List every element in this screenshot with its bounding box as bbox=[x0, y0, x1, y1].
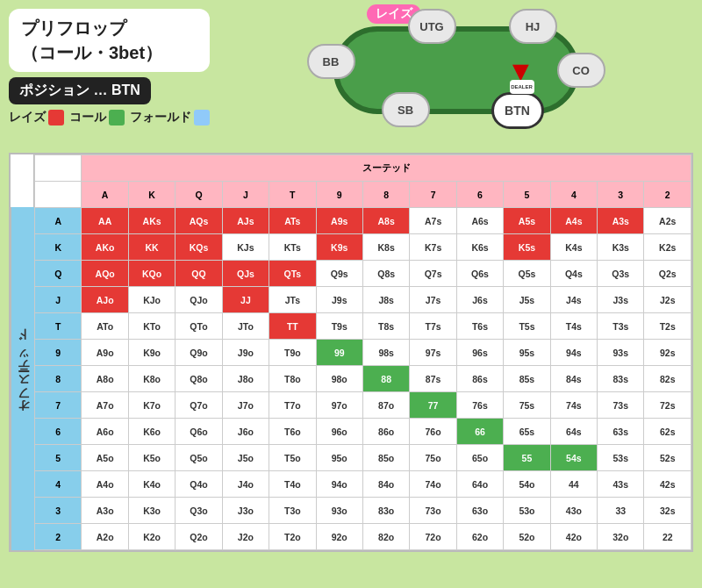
grid-cell: 92o bbox=[316, 524, 362, 550]
grid-cell: A6o bbox=[82, 419, 128, 445]
grid-cell: 86s bbox=[456, 366, 503, 392]
table-row: 2A2oK2oQ2oJ2oT2o92o82o72o62o52o42o32o22 bbox=[35, 524, 691, 550]
grid-cell: K4s bbox=[550, 234, 597, 261]
raise-color-box bbox=[48, 110, 64, 125]
legend-fold: フォールド bbox=[130, 110, 210, 125]
grid-cell: A5s bbox=[504, 208, 550, 234]
grid-cell: A3s bbox=[598, 208, 644, 234]
grid-cell: A3o bbox=[82, 498, 128, 524]
page-title: プリフロップ （コール・3bet） bbox=[9, 9, 210, 72]
table-diagram-area: DEALER レイズ ▼ UTG HJ CO BTN SB BB bbox=[218, 9, 693, 140]
grid-cell: 53s bbox=[598, 445, 644, 471]
grid-cell: 82s bbox=[644, 366, 691, 392]
grid-cell: 74o bbox=[410, 471, 456, 498]
grid-cell: 75s bbox=[504, 392, 550, 419]
grid-cell: Q4o bbox=[176, 471, 222, 498]
grid-cell: 63s bbox=[598, 419, 644, 445]
grid-cell: K4o bbox=[128, 471, 175, 498]
grid-cell: J9o bbox=[222, 340, 269, 366]
grid-cell: A9s bbox=[316, 208, 362, 234]
grid-cell: K5s bbox=[504, 234, 550, 261]
table-row: 6A6oK6oQ6oJ6oT6o96o86o76o6665s64s63s62s bbox=[35, 419, 691, 445]
grid-cell: T5o bbox=[269, 445, 316, 471]
grid-cell: 64o bbox=[456, 471, 503, 498]
suited-header-row: スーテッド bbox=[35, 155, 691, 182]
grid-cell: J3s bbox=[598, 287, 644, 313]
grid-cell: J4o bbox=[222, 471, 269, 498]
grid-cell: Q3s bbox=[598, 261, 644, 287]
grid-cell: 98o bbox=[316, 366, 362, 392]
hand-grid-wrapper: オフスーテッド スーテッド A K Q J T 9 8 bbox=[9, 153, 693, 552]
grid-cell: T3o bbox=[269, 498, 316, 524]
grid-cell: 77 bbox=[410, 392, 456, 419]
table-diagram: DEALER レイズ ▼ UTG HJ CO BTN SB BB bbox=[307, 9, 605, 140]
call-label: コール bbox=[69, 110, 106, 125]
grid-cell: 76s bbox=[456, 392, 503, 419]
grid-cell: Q8s bbox=[362, 261, 409, 287]
grid-cell: K7o bbox=[128, 392, 175, 419]
table-row: 9A9oK9oQ9oJ9oT9o9998s97s96s95s94s93s92s bbox=[35, 340, 691, 366]
grid-cell: 55 bbox=[504, 445, 550, 471]
grid-cell: AKs bbox=[128, 208, 175, 234]
suited-header-cell: スーテッド bbox=[82, 155, 691, 182]
grid-cell: J7s bbox=[410, 287, 456, 313]
grid-cell: AA bbox=[82, 208, 128, 234]
grid-cell: Q2s bbox=[644, 261, 691, 287]
grid-cell: KTs bbox=[269, 234, 316, 261]
grid-cell: A7o bbox=[82, 392, 128, 419]
grid-cell: 32o bbox=[598, 524, 644, 550]
grid-cell: 75o bbox=[410, 445, 456, 471]
grid-cell: 83s bbox=[598, 366, 644, 392]
grid-cell: 83o bbox=[362, 498, 409, 524]
grid-cell: A2o bbox=[82, 524, 128, 550]
grid-cell: T3s bbox=[598, 313, 644, 340]
grid-cell: KQs bbox=[176, 234, 222, 261]
grid-cell: A8o bbox=[82, 366, 128, 392]
grid-cell: 84o bbox=[362, 471, 409, 498]
grid-cell: A6s bbox=[456, 208, 503, 234]
grid-cell: 73o bbox=[410, 498, 456, 524]
grid-cell: KJo bbox=[128, 287, 175, 313]
table-row: 7A7oK7oQ7oJ7oT7o97o87o7776s75s74s73s72s bbox=[35, 392, 691, 419]
grid-cell: 88 bbox=[362, 366, 409, 392]
grid-cell: 74s bbox=[550, 392, 597, 419]
grid-cell: JTs bbox=[269, 287, 316, 313]
grid-cell: AJs bbox=[222, 208, 269, 234]
table-row: 5A5oK5oQ5oJ5oT5o95o85o75o65o5554s53s52s bbox=[35, 445, 691, 471]
grid-cell: J2s bbox=[644, 287, 691, 313]
grid-cell: J5o bbox=[222, 445, 269, 471]
grid-cell: 72o bbox=[410, 524, 456, 550]
offsuit-label: オフスーテッド bbox=[11, 207, 34, 550]
legend-raise: レイズ bbox=[9, 110, 64, 125]
grid-cell: 96o bbox=[316, 419, 362, 445]
grid-cell: J8o bbox=[222, 366, 269, 392]
grid-cell: KQo bbox=[128, 261, 175, 287]
grid-cell: QQ bbox=[176, 261, 222, 287]
grid-cell: J2o bbox=[222, 524, 269, 550]
grid-cell: 54o bbox=[504, 471, 550, 498]
position-label: ポジション … BTN bbox=[9, 77, 151, 104]
pos-btn-node: BTN bbox=[491, 92, 544, 129]
table-row: 3A3oK3oQ3oJ3oT3o93o83o73o63o53o43o3332s bbox=[35, 498, 691, 524]
grid-cell: K2s bbox=[644, 234, 691, 261]
grid-cell: T4o bbox=[269, 471, 316, 498]
grid-cell: KTo bbox=[128, 313, 175, 340]
table-row: 4A4oK4oQ4oJ4oT4o94o84o74o64o54o4443s42s bbox=[35, 471, 691, 498]
dealer-chip: DEALER bbox=[510, 80, 534, 94]
grid-cell: T6s bbox=[456, 313, 503, 340]
grid-cell: Q9o bbox=[176, 340, 222, 366]
grid-cell: J8s bbox=[362, 287, 409, 313]
grid-cell: JJ bbox=[222, 287, 269, 313]
table-row: AAAAKsAQsAJsATsA9sA8sA7sA6sA5sA4sA3sA2s bbox=[35, 208, 691, 234]
table-row: 8A8oK8oQ8oJ8oT8o98o8887s86s85s84s83s82s bbox=[35, 366, 691, 392]
table-row: QAQoKQoQQQJsQTsQ9sQ8sQ7sQ6sQ5sQ4sQ3sQ2s bbox=[35, 261, 691, 287]
table-row: JAJoKJoQJoJJJTsJ9sJ8sJ7sJ6sJ5sJ4sJ3sJ2s bbox=[35, 287, 691, 313]
grid-cell: AQs bbox=[176, 208, 222, 234]
grid-cell: T9o bbox=[269, 340, 316, 366]
grid-cell: Q9s bbox=[316, 261, 362, 287]
grid-cell: 96s bbox=[456, 340, 503, 366]
grid-cell: 42o bbox=[550, 524, 597, 550]
grid-cell: T2s bbox=[644, 313, 691, 340]
legend: レイズ コール フォールド bbox=[9, 110, 210, 125]
grid-cell: 63o bbox=[456, 498, 503, 524]
